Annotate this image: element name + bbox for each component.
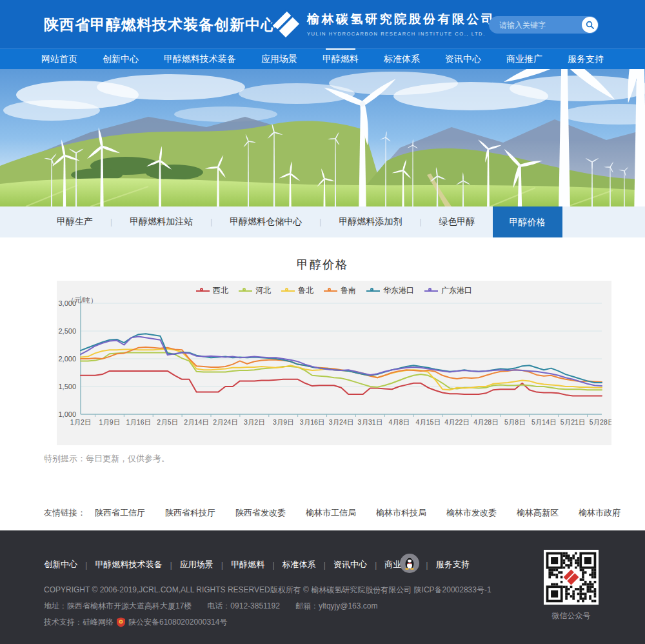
update-tip: 特别提示：每日更新，仅供参考。 [44,453,170,465]
footer-nav-item-3[interactable]: 甲醇燃料 [231,559,264,570]
x-axis-tick-label: 5月28日 [590,418,611,426]
friendly-link-1[interactable]: 陕西省科技厅 [165,508,215,518]
legend-marker-icon [324,290,337,292]
y-axis-tick-label: 2,500 [58,327,76,335]
friendly-link-0[interactable]: 陕西省工信厅 [95,508,145,518]
legend-item-3[interactable]: 鲁南 [324,285,356,296]
section-title: 甲醇价格 [0,257,645,272]
y-axis-tick-label: 1,500 [58,383,76,390]
legend-item-2[interactable]: 鲁北 [281,285,313,296]
footer-nav-separator: | [272,560,274,570]
friendly-link-4[interactable]: 榆林市科技局 [376,508,426,518]
search-icon [586,21,594,29]
subnav-item-5[interactable]: 甲醇价格 [493,206,562,237]
friendly-link-5[interactable]: 榆林市发改委 [446,508,497,518]
x-axis-tick-label: 4月28日 [473,418,499,426]
wechat-qr-code [544,550,599,605]
nav-item-0[interactable]: 网站首页 [41,49,77,69]
footer: 创新中心|甲醇燃料技术装备|应用场景|甲醇燃料|标准体系|资讯中心|商业推广|服… [0,530,645,644]
legend-marker-icon [366,290,380,292]
legend-label: 西北 [213,285,228,296]
friendly-link-2[interactable]: 陕西省发改委 [235,508,286,518]
legend-label: 广东港口 [441,285,472,296]
footer-nav-separator: | [375,560,377,570]
footer-nav-separator: | [324,560,326,570]
x-axis-tick-label: 2月24日 [213,418,238,426]
site-title: 陕西省甲醇燃料技术装备创新中心 [44,15,276,35]
subnav-item-0[interactable]: 甲醇生产 [57,216,93,228]
address: 地址：陕西省榆林市开源大道高科大厦17楼 [44,601,192,612]
subnav-item-4[interactable]: 绿色甲醇 [439,216,475,228]
legend-marker-icon [239,290,252,292]
company-block: 榆林碳氢研究院股份有限公司 YULIN HYDROCARBON RESEARCH… [307,11,496,37]
x-axis-tick-label: 4月15日 [415,418,441,426]
series-line-0 [81,371,602,396]
search-input[interactable] [498,16,574,34]
nav-item-5[interactable]: 标准体系 [384,49,420,69]
legend-item-0[interactable]: 西北 [196,285,228,296]
footer-nav-separator: | [221,560,223,570]
wind-farm-photo [0,69,645,206]
footer-nav-item-1[interactable]: 甲醇燃料技术装备 [95,559,162,570]
x-axis-tick-label: 1月16日 [126,418,152,426]
x-axis-tick-label: 5月21日 [561,418,586,426]
sub-navigation: 甲醇生产|甲醇燃料加注站|甲醇燃料仓储中心|甲醇燃料添加剂|绿色甲醇甲醇价格 [0,206,645,237]
nav-item-6[interactable]: 资讯中心 [445,49,481,69]
x-axis-tick-label: 5月14日 [531,418,557,426]
legend-label: 河北 [255,285,271,296]
friendly-link-7[interactable]: 榆林市政府 [579,508,620,518]
subnav-item-3[interactable]: 甲醇燃料添加剂 [339,216,402,228]
nav-item-1[interactable]: 创新中心 [103,49,139,69]
phone: 电话：0912-3851192 [207,601,280,612]
x-axis-tick-label: 3月16日 [300,418,325,426]
footer-nav-item-0[interactable]: 创新中心 [44,559,77,570]
y-axis-tick-label: 1,000 [58,410,76,418]
nav-item-3[interactable]: 应用场景 [261,49,297,69]
x-axis-tick-label: 1月2日 [70,418,92,426]
x-axis-tick-label: 4月8日 [388,418,410,426]
header: 陕西省甲醇燃料技术装备创新中心 榆林碳氢研究院股份有限公司 YULIN HYDR… [0,0,645,48]
legend-item-5[interactable]: 广东港口 [424,285,472,296]
footer-nav-separator: | [85,560,87,570]
qr-code-image [544,550,599,605]
qq-contact-button[interactable] [400,554,419,573]
footer-nav-item-4[interactable]: 标准体系 [283,559,316,570]
site-logo-icon [271,9,301,39]
series-line-4 [81,334,602,383]
legend-label: 鲁北 [298,285,313,296]
price-line-chart: 1,0001,5002,0002,5003,0001月2日1月9日1月16日2月… [57,281,611,445]
search-button[interactable] [582,17,598,33]
friendly-link-3[interactable]: 榆林市工信局 [306,508,356,518]
contact-line: 地址：陕西省榆林市开源大道高科大厦17楼 电话：0912-3851192 邮箱：… [44,601,393,612]
subnav-item-2[interactable]: 甲醇燃料仓储中心 [230,216,302,228]
x-axis-tick-label: 2月5日 [157,418,178,426]
friendly-links: 友情链接： 陕西省工信厅陕西省科技厅陕西省发改委榆林市工信局榆林市科技局榆林市发… [44,507,640,519]
footer-nav-item-7[interactable]: 服务支持 [436,559,470,570]
nav-item-8[interactable]: 服务支持 [568,49,604,69]
friendly-link-6[interactable]: 榆林高新区 [517,508,559,518]
company-name-en: YULIN HYDROCARBON RESEARCH INSTITUTE CO.… [307,31,496,37]
subnav-separator: | [419,217,421,226]
x-axis-tick-label: 2月14日 [184,418,209,426]
subnav-separator: | [210,217,212,226]
footer-nav-separator: | [426,560,428,570]
subnav-item-1[interactable]: 甲醇燃料加注站 [130,216,193,228]
footer-nav-item-5[interactable]: 资讯中心 [333,559,367,570]
nav-item-2[interactable]: 甲醇燃料技术装备 [164,49,236,69]
legend-item-1[interactable]: 河北 [239,285,271,296]
subnav-separator: | [319,217,321,226]
legend-item-4[interactable]: 华东港口 [366,285,414,296]
x-axis-tick-label: 1月9日 [99,418,121,426]
legend-label: 鲁南 [341,285,356,296]
legend-marker-icon [424,290,438,292]
x-axis-tick-label: 4月22日 [444,418,470,426]
x-axis-tick-label: 3月9日 [273,418,294,426]
nav-item-4[interactable]: 甲醇燃料 [322,49,359,69]
y-axis-tick-label: 2,000 [58,355,76,363]
nav-item-7[interactable]: 商业推广 [506,49,542,69]
qq-penguin-icon [404,557,415,570]
legend-label: 华东港口 [383,285,414,296]
footer-nav-separator: | [170,560,172,570]
footer-nav-item-2[interactable]: 应用场景 [180,559,213,570]
search-box [489,16,599,34]
